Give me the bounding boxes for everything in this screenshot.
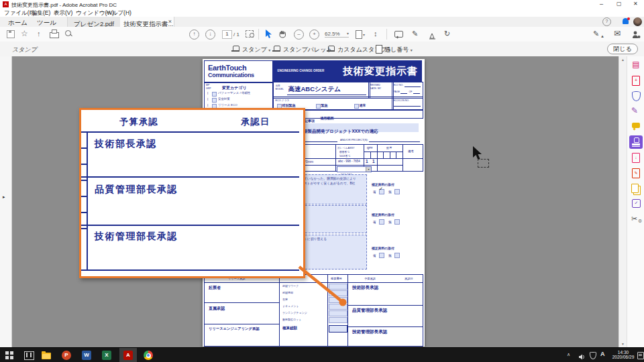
defender-shield-icon[interactable]	[590, 352, 596, 359]
change-description-block-3[interactable]: ントに切り替える	[299, 235, 367, 269]
logo-line2: Communications	[208, 72, 272, 78]
page-fit-icon[interactable]	[356, 30, 362, 39]
category-checkbox-1[interactable]	[212, 92, 217, 97]
change-description-block-1[interactable]: れていなかった。購買部の交渉により コストがやすく安くあがるので、B社	[299, 174, 367, 204]
cost-input-3[interactable]	[329, 297, 347, 303]
change-description-block-2[interactable]	[299, 205, 367, 233]
task-view-icon[interactable]	[24, 351, 34, 360]
parts-table: 次レベルASSY 図面番号 500X番号 QTY 処置 備考 プ0mm abc …	[294, 144, 423, 172]
zoom-out-icon[interactable]: –	[294, 29, 304, 40]
attach-yes-checkbox-2[interactable]	[379, 219, 384, 225]
fill-sign-caret: ▲	[600, 34, 604, 38]
budget-approval-1: 技術部長承認	[352, 285, 378, 291]
close-stamp-bar-button[interactable]: 閉じる	[607, 44, 638, 54]
combine-files-icon[interactable]	[631, 184, 639, 193]
stamp-panel-title: スタンプ	[12, 46, 37, 54]
notes-field[interactable]: 新製品開発プロジェクトXXXでの適応	[301, 123, 419, 132]
stamp-menu-caret: ▾	[268, 48, 270, 52]
word-icon[interactable]: W	[82, 351, 91, 360]
acrobat-taskbar-active[interactable]: A	[119, 348, 137, 362]
class-checkbox-2[interactable]	[316, 104, 321, 109]
cost-total-input[interactable]	[329, 325, 347, 333]
avatar[interactable]	[633, 17, 642, 26]
edit-pdf-icon[interactable]: ✎	[632, 168, 640, 178]
share-upload-icon[interactable]: ↑	[37, 29, 41, 38]
file-explorer-icon[interactable]	[42, 353, 51, 359]
attach-no-checkbox-3[interactable]	[394, 253, 400, 258]
export-pdf-icon[interactable]: ↓	[632, 153, 640, 163]
cost-input-5[interactable]	[329, 310, 347, 316]
hand-tool-icon[interactable]	[278, 29, 287, 42]
combo-dropdown-icon[interactable]: ▾	[366, 167, 371, 172]
marquee-zoom-lens	[250, 33, 254, 38]
fill-sign-icon[interactable]: ✎	[593, 29, 599, 38]
model-label-1: 適用	[276, 84, 280, 87]
volume-icon[interactable]	[578, 351, 586, 362]
fill-sign-pen-icon[interactable]: ✎	[631, 106, 638, 115]
attach-yes-checkbox-3[interactable]	[379, 253, 384, 258]
category-checkbox-2[interactable]	[212, 98, 217, 103]
email-icon[interactable]: ✉	[614, 29, 621, 38]
tabbar: ホーム ツール プレゼン2.pdf 技術変更指示書... × ?	[0, 17, 644, 27]
numbering-icon	[376, 45, 382, 54]
custom-stamp-menu[interactable]: カスタムスタンプ ▾	[337, 46, 390, 54]
scroll-down-icon[interactable]: ▼	[621, 342, 625, 346]
organize-pages-icon[interactable]: ▤	[629, 60, 643, 69]
sign-pen-icon[interactable]	[429, 30, 436, 42]
attach-no-checkbox-2[interactable]	[394, 219, 400, 225]
more-tools-scissors-icon[interactable]: ✂	[631, 215, 637, 223]
ime-indicator[interactable]: A	[600, 351, 605, 357]
zoom-in-icon[interactable]: +	[309, 29, 319, 40]
highlight-pencil-icon[interactable]: ✎	[412, 29, 418, 38]
create-pdf-icon[interactable]: +	[632, 76, 640, 86]
previous-page-icon[interactable]: ↑	[189, 29, 199, 40]
tab-close-icon[interactable]: ×	[168, 18, 172, 25]
numbering-caret: ▾	[411, 48, 413, 52]
andor-label: AND/OR PROJECT(S):	[340, 138, 368, 141]
share-person-icon[interactable]	[632, 29, 641, 42]
cost-input-4[interactable]	[329, 304, 347, 310]
maximize-button[interactable]: ▢	[616, 1, 622, 7]
notes-value: 新製品開発プロジェクトXXXでの適応	[303, 129, 378, 135]
help-icon[interactable]: ?	[602, 17, 611, 26]
doc-tab-active[interactable]: 技術変更指示書... ×	[120, 17, 174, 27]
stamp-tool-active[interactable]	[629, 135, 643, 149]
scroll-up-icon[interactable]: ▲	[621, 58, 625, 62]
select-tool-icon[interactable]	[265, 29, 272, 42]
minimize-button[interactable]: –	[600, 1, 603, 7]
panel-expand-icon[interactable]: ▸	[3, 194, 5, 200]
send-review-icon[interactable]: ↻	[444, 29, 450, 38]
tray-chevron-icon[interactable]: ∧	[567, 352, 570, 357]
protect-shield-icon[interactable]	[632, 91, 641, 101]
page-fit-caret-icon[interactable]: ▾	[363, 32, 365, 37]
comment-bubble-icon[interactable]	[632, 123, 640, 128]
left-panel-strip[interactable]: ▸	[0, 56, 12, 347]
action-center-icon[interactable]	[637, 352, 644, 359]
scroll-mode-icon[interactable]: ↕	[374, 29, 378, 38]
start-button[interactable]	[5, 351, 13, 359]
attach-no-checkbox-1[interactable]	[394, 189, 400, 194]
cost-input-6[interactable]	[329, 317, 347, 323]
excel-icon[interactable]: X	[102, 351, 111, 360]
doc-tab-presentation[interactable]: プレゼン2.pdf	[67, 17, 121, 27]
zoom-level-select[interactable]: 62.5%▾	[325, 31, 349, 38]
cost-input-1[interactable]	[329, 284, 347, 290]
numbering-menu[interactable]: 通し番号 ▾	[384, 46, 413, 54]
part-combo-box[interactable]: u003.958 ▾	[337, 166, 372, 172]
clock[interactable]: 14:30 2020/06/29	[609, 350, 637, 359]
stamp-palette-button[interactable]: スタンプパレット	[283, 46, 333, 54]
attach-no-label-1: 無	[388, 190, 392, 194]
stamp-menu[interactable]: スタンプ ▾	[242, 46, 270, 54]
favorite-star-icon[interactable]: ☆	[21, 29, 28, 38]
close-button[interactable]: ✕	[633, 1, 638, 7]
prepare-form-icon[interactable]: ✓	[632, 199, 641, 208]
search-icon-handle	[70, 34, 72, 37]
release-row-1: 起票者	[209, 285, 221, 291]
class-checkbox-3[interactable]	[354, 104, 359, 109]
page-number-input[interactable]: 1	[222, 30, 232, 39]
model-value[interactable]: 高速ABCシステム	[288, 85, 341, 94]
powerpoint-icon[interactable]: P	[62, 351, 71, 360]
next-page-icon[interactable]: ↓	[205, 29, 215, 40]
cost-input-2[interactable]	[329, 290, 347, 296]
chrome-icon[interactable]	[144, 351, 153, 360]
